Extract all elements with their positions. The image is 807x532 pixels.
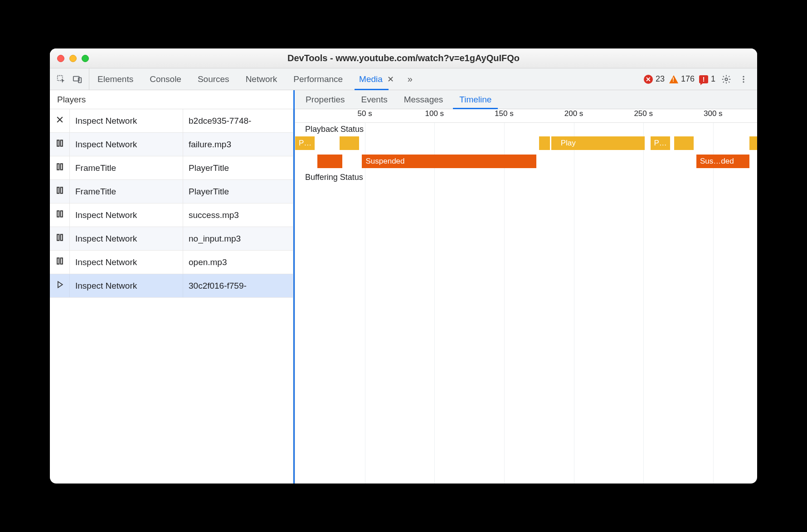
player-row-player: PlayerTitle (183, 180, 293, 203)
ruler-tick: 50 s (358, 109, 372, 122)
grid-line (574, 123, 574, 484)
subtab-messages[interactable]: Messages (396, 90, 452, 109)
playback-segment[interactable] (674, 136, 694, 150)
playback-segment[interactable] (539, 136, 550, 150)
player-row[interactable]: Inspect Network30c2f016-f759- (50, 274, 293, 298)
ruler-tick: 200 s (564, 109, 583, 122)
svg-rect-11 (57, 187, 59, 193)
playback-segment[interactable]: Play (557, 136, 645, 150)
issue-count-badge[interactable]: ! 1 (699, 74, 715, 84)
suspended-segment[interactable]: Suspended (362, 155, 536, 168)
inspect-element-icon[interactable] (56, 74, 66, 84)
grid-line (643, 123, 644, 484)
player-row[interactable]: FrameTitlePlayerTitle (50, 180, 293, 203)
playback-segment[interactable] (749, 136, 757, 150)
svg-rect-7 (57, 140, 59, 146)
main-content: Players Inspect Networkb2dce935-7748-Ins… (50, 90, 757, 484)
suspended-segment[interactable] (317, 155, 342, 168)
svg-point-5 (743, 78, 744, 80)
svg-point-6 (743, 81, 744, 82)
columns-icon (50, 203, 70, 227)
timeline-ruler: 50 s100 s150 s200 s250 s300 s (295, 109, 757, 123)
playback-segment[interactable]: P… (651, 136, 670, 150)
grid-line (365, 123, 365, 484)
ruler-tick: 100 s (425, 109, 444, 122)
panel-tab-network[interactable]: Network (238, 68, 286, 90)
playback-track: P…PlayP… (295, 136, 757, 150)
subtab-timeline[interactable]: Timeline (451, 90, 500, 109)
subtab-events[interactable]: Events (353, 90, 396, 109)
device-toolbar-icon[interactable] (73, 74, 83, 84)
svg-rect-8 (60, 140, 62, 146)
panel-tab-sources[interactable]: Sources (190, 68, 238, 90)
svg-point-3 (725, 78, 728, 81)
player-row-frame: Inspect Network (70, 109, 183, 132)
player-row[interactable]: Inspect Networkfailure.mp3 (50, 133, 293, 156)
window-title: DevTools - www.youtube.com/watch?v=e1gAy… (57, 53, 750, 63)
svg-rect-14 (60, 211, 62, 217)
player-row-player: success.mp3 (183, 203, 293, 227)
titlebar: DevTools - www.youtube.com/watch?v=e1gAy… (50, 48, 757, 68)
timeline-grid (295, 123, 757, 484)
ruler-tick: 150 s (495, 109, 514, 122)
player-row-frame: Inspect Network (70, 251, 183, 274)
player-row[interactable]: FrameTitlePlayerTitle (50, 156, 293, 180)
tabs-overflow-icon[interactable]: » (402, 68, 418, 90)
maximize-window-button[interactable] (82, 55, 89, 62)
panel-tab-performance[interactable]: Performance (285, 68, 351, 90)
svg-rect-9 (57, 164, 59, 169)
svg-point-4 (743, 76, 744, 77)
panel-tab-elements[interactable]: Elements (89, 68, 141, 90)
devtools-window: DevTools - www.youtube.com/watch?v=e1gAy… (50, 48, 757, 484)
player-row[interactable]: Inspect Networkb2dce935-7748- (50, 109, 293, 133)
player-row-frame: Inspect Network (70, 203, 183, 227)
error-count-badge[interactable]: ✕ 23 (644, 74, 665, 84)
suspended-track: SuspendedSus…ded (295, 155, 757, 168)
svg-rect-12 (60, 187, 62, 193)
svg-rect-15 (57, 234, 59, 240)
columns-icon (50, 180, 70, 203)
svg-rect-10 (60, 164, 62, 169)
tab-label: Sources (198, 74, 229, 84)
player-row-player: open.mp3 (183, 251, 293, 274)
warning-count-badge[interactable]: ! 176 (669, 74, 695, 84)
subtab-properties[interactable]: Properties (297, 90, 353, 109)
player-row-player: failure.mp3 (183, 133, 293, 156)
ruler-tick: 300 s (704, 109, 723, 122)
svg-rect-18 (60, 258, 62, 264)
close-tab-icon[interactable]: ✕ (387, 74, 394, 84)
playback-segment[interactable]: P… (295, 136, 315, 150)
more-options-icon[interactable] (737, 75, 750, 84)
grid-line (713, 123, 714, 484)
player-row[interactable]: Inspect Networksuccess.mp3 (50, 203, 293, 227)
panel-tab-media[interactable]: Media✕ (351, 68, 402, 90)
svg-rect-13 (57, 211, 59, 217)
error-count: 23 (656, 74, 665, 84)
playback-segment[interactable] (340, 136, 359, 150)
issue-count: 1 (711, 74, 715, 84)
toolbar-left-group (50, 68, 89, 90)
suspended-segment[interactable]: Sus…ded (696, 155, 749, 168)
player-row-frame: FrameTitle (70, 180, 183, 203)
tab-label: Performance (293, 74, 343, 84)
svg-rect-16 (60, 234, 62, 240)
player-row[interactable]: Inspect Networkno_input.mp3 (50, 227, 293, 251)
columns-icon (50, 133, 70, 156)
svg-rect-17 (57, 258, 59, 264)
warning-count: 176 (681, 74, 695, 84)
columns-icon (50, 251, 70, 274)
close-window-button[interactable] (57, 55, 64, 62)
player-row-frame: FrameTitle (70, 156, 183, 179)
timeline-area[interactable]: 50 s100 s150 s200 s250 s300 s Playback S… (295, 109, 757, 484)
minimize-window-button[interactable] (69, 55, 77, 62)
grid-line (504, 123, 505, 484)
player-row-player: no_input.mp3 (183, 227, 293, 250)
player-row-frame: Inspect Network (70, 133, 183, 156)
panel-tab-console[interactable]: Console (141, 68, 190, 90)
close-icon (50, 109, 70, 132)
settings-icon[interactable] (720, 74, 733, 84)
toolbar-right-group: ✕ 23 ! 176 ! 1 (644, 68, 754, 90)
playback-status-label: Playback Status (305, 125, 364, 134)
tab-label: Console (150, 74, 181, 84)
player-row[interactable]: Inspect Networkopen.mp3 (50, 251, 293, 274)
